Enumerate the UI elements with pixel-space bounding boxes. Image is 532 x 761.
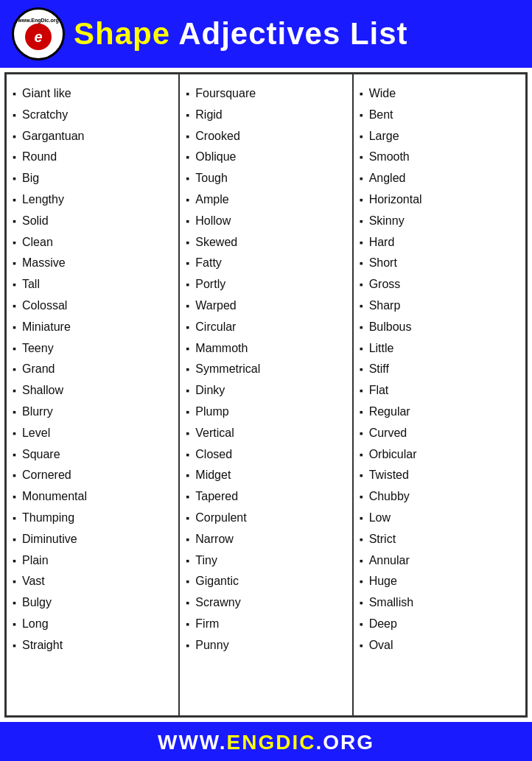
bullet-icon: ▪ (186, 235, 189, 251)
list-item: ▪Oblique (186, 148, 344, 166)
list-item: ▪Cornered (13, 466, 171, 485)
word-label: Level (22, 424, 50, 443)
word-label: Warped (195, 297, 236, 315)
list-item: ▪Teeny (13, 340, 171, 358)
bullet-icon: ▪ (13, 320, 16, 336)
word-label: Strict (369, 530, 396, 549)
list-item: ▪Bulgy (13, 594, 171, 612)
word-label: Solid (22, 212, 49, 231)
bullet-icon: ▪ (13, 362, 16, 378)
bullet-icon: ▪ (186, 86, 189, 102)
word-label: Long (22, 615, 49, 634)
bullet-icon: ▪ (360, 553, 363, 569)
word-label: Crooked (195, 127, 239, 146)
bullet-icon: ▪ (186, 320, 189, 336)
word-label: Closed (195, 446, 232, 464)
list-item: ▪Punny (186, 636, 344, 655)
word-label: Lengthy (22, 191, 64, 209)
list-item: ▪Grand (13, 360, 171, 379)
word-label: Bulgy (22, 594, 52, 612)
list-item: ▪Dinky (186, 382, 344, 400)
list-item: ▪Circular (186, 318, 344, 337)
list-item: ▪Bulbous (360, 318, 518, 337)
word-label: Midget (195, 466, 231, 485)
footer-engdic: ENGDIC (227, 731, 316, 754)
list-item: ▪Big (13, 169, 171, 188)
word-label: Oval (369, 636, 393, 655)
list-item: ▪Tapered (186, 488, 344, 506)
bullet-icon: ▪ (360, 171, 363, 187)
bullet-icon: ▪ (186, 574, 189, 590)
word-label: Scrawny (195, 594, 240, 612)
word-label: Thumping (22, 509, 74, 527)
bullet-icon: ▪ (13, 235, 16, 251)
bullet-icon: ▪ (186, 638, 189, 654)
list-item: ▪Shallow (13, 382, 171, 400)
word-label: Fatty (195, 254, 222, 273)
bullet-icon: ▪ (186, 341, 189, 357)
list-item: ▪Straight (13, 636, 171, 655)
bullet-icon: ▪ (13, 256, 16, 272)
word-label: Hard (369, 234, 395, 252)
word-label: Tapered (195, 488, 238, 506)
word-label: Large (369, 127, 399, 146)
bullet-icon: ▪ (186, 447, 189, 463)
word-label: Big (22, 169, 39, 188)
logo-top-text: www.EngDic.org (18, 18, 58, 24)
word-label: Portly (195, 276, 225, 294)
list-item: ▪Massive (13, 254, 171, 273)
word-label: Vast (22, 572, 45, 591)
list-item: ▪Giant like (13, 85, 171, 103)
list-item: ▪Stiff (360, 360, 518, 379)
list-item: ▪Thumping (13, 509, 171, 527)
word-label: Tough (195, 169, 228, 188)
list-item: ▪Deep (360, 615, 518, 634)
list-item: ▪Short (360, 254, 518, 273)
list-item: ▪Plump (186, 403, 344, 421)
bullet-icon: ▪ (13, 129, 16, 145)
page-footer: WWW.ENGDIC.ORG (0, 722, 532, 761)
bullet-icon: ▪ (13, 638, 16, 654)
bullet-icon: ▪ (186, 171, 189, 187)
word-label: Chubby (369, 488, 410, 506)
word-label: Foursquare (195, 85, 256, 103)
word-label: Wide (369, 85, 396, 103)
word-label: Miniature (22, 318, 71, 337)
word-label: Oblique (195, 148, 236, 166)
list-item: ▪Long (13, 615, 171, 634)
bullet-icon: ▪ (360, 150, 363, 166)
bullet-icon: ▪ (186, 553, 189, 569)
list-item: ▪Scrawny (186, 594, 344, 612)
list-item: ▪Gross (360, 276, 518, 294)
bullet-icon: ▪ (13, 617, 16, 633)
page-header: www.EngDic.org Shape Adjectives List (0, 0, 532, 68)
word-label: Circular (195, 318, 236, 337)
logo-icon (25, 24, 52, 50)
bullet-icon: ▪ (360, 129, 363, 145)
list-item: ▪Horizontal (360, 191, 518, 209)
word-label: Straight (22, 636, 63, 655)
list-item: ▪Colossal (13, 297, 171, 315)
bullet-icon: ▪ (360, 617, 363, 633)
word-label: Blurry (22, 403, 53, 421)
bullet-icon: ▪ (13, 468, 16, 484)
column-1: ▪Giant like▪Scratchy▪Gargantuan▪Round▪Bi… (7, 74, 180, 715)
word-label: Angled (369, 169, 406, 188)
word-label: Hollow (195, 212, 231, 231)
list-item: ▪Skinny (360, 212, 518, 231)
word-label: Sharp (369, 297, 401, 315)
word-label: Skewed (195, 234, 237, 252)
bullet-icon: ▪ (360, 192, 363, 208)
list-item: ▪Hollow (186, 212, 344, 231)
list-item: ▪Crooked (186, 127, 344, 146)
bullet-icon: ▪ (13, 553, 16, 569)
list-item: ▪Chubby (360, 488, 518, 506)
bullet-icon: ▪ (360, 277, 363, 293)
bullet-icon: ▪ (186, 617, 189, 633)
footer-org: .ORG (315, 731, 374, 754)
list-item: ▪Lengthy (13, 191, 171, 209)
list-item: ▪Square (13, 446, 171, 464)
list-item: ▪Gigantic (186, 572, 344, 591)
content-area: ▪Giant like▪Scratchy▪Gargantuan▪Round▪Bi… (4, 72, 528, 718)
word-label: Horizontal (369, 191, 422, 209)
